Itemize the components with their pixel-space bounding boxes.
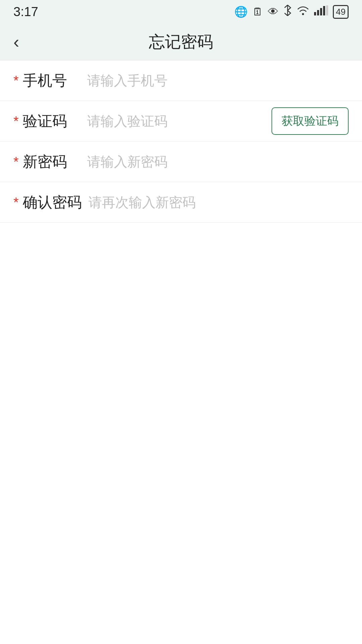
get-code-button[interactable]: 获取验证码 xyxy=(272,107,349,135)
page-title: 忘记密码 xyxy=(149,31,213,53)
new-password-label-wrap: * 新密码 xyxy=(13,152,80,172)
svg-point-0 xyxy=(302,13,304,15)
svg-rect-5 xyxy=(326,5,328,15)
status-time: 3:17 xyxy=(13,5,38,19)
confirm-password-required-star: * xyxy=(13,196,19,209)
globe-icon: 🌐 xyxy=(234,5,248,18)
phone-required-star: * xyxy=(13,74,19,87)
confirm-password-input[interactable] xyxy=(82,182,349,222)
status-icons: 🌐 🗓 👁 49 xyxy=(234,4,349,19)
new-password-label: 新密码 xyxy=(23,152,67,172)
phone-label-wrap: * 手机号 xyxy=(13,71,80,91)
new-password-field-row: * 新密码 xyxy=(0,142,362,182)
svg-rect-2 xyxy=(317,10,319,15)
signal-icon xyxy=(314,5,328,18)
captcha-label-wrap: * 验证码 xyxy=(13,111,80,131)
svg-rect-3 xyxy=(320,8,322,15)
bluetooth-icon xyxy=(283,4,292,19)
forgot-password-form: * 手机号 * 验证码 获取验证码 * 新密码 * 确认密码 xyxy=(0,60,362,223)
phone-input[interactable] xyxy=(80,60,349,101)
nav-bar: ‹ 忘记密码 xyxy=(0,23,362,60)
battery-icon: 49 xyxy=(333,5,349,19)
phone-field-row: * 手机号 xyxy=(0,60,362,101)
status-bar: 3:17 🌐 🗓 👁 49 xyxy=(0,0,362,23)
confirm-password-field-row: * 确认密码 xyxy=(0,182,362,223)
calendar-icon: 🗓 xyxy=(252,6,263,18)
confirm-password-label: 确认密码 xyxy=(23,193,82,212)
new-password-input[interactable] xyxy=(80,142,349,182)
captcha-field-row: * 验证码 获取验证码 xyxy=(0,101,362,142)
eye-icon: 👁 xyxy=(268,6,279,18)
new-password-required-star: * xyxy=(13,155,19,168)
phone-label: 手机号 xyxy=(23,71,67,91)
captcha-required-star: * xyxy=(13,114,19,128)
back-button[interactable]: ‹ xyxy=(13,33,19,51)
captcha-input[interactable] xyxy=(80,101,272,141)
svg-rect-4 xyxy=(323,6,325,15)
confirm-password-label-wrap: * 确认密码 xyxy=(13,193,82,212)
captcha-label: 验证码 xyxy=(23,111,67,131)
svg-rect-1 xyxy=(314,12,316,15)
wifi-icon xyxy=(297,5,309,18)
